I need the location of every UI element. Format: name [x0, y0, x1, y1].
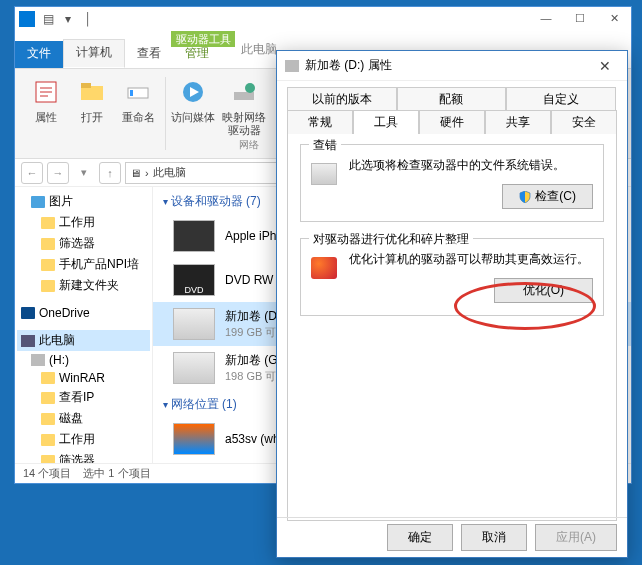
tree-hdrive[interactable]: (H:) [49, 353, 69, 367]
drive-icon [173, 352, 215, 384]
folder-icon [41, 280, 55, 292]
quick-access-toolbar: ▤ ▾ │ [39, 10, 97, 28]
tree-filter2[interactable]: 筛选器 [59, 452, 95, 463]
window-title: 此电脑 [241, 41, 277, 58]
minimize-button[interactable]: — [529, 7, 563, 29]
ribbon-group-label: 网络 [239, 138, 259, 152]
tree-work2[interactable]: 工作用 [59, 431, 95, 448]
ribbon-media-access[interactable]: 访问媒体 [170, 73, 216, 154]
optimize-description: 优化计算机的驱动器可以帮助其更高效运行。 [349, 251, 593, 268]
wmp-icon [173, 423, 215, 455]
media-icon [178, 77, 208, 107]
open-icon [77, 77, 107, 107]
rename-icon [123, 77, 153, 107]
dialog-tabs: 以前的版本 配额 自定义 常规 工具 硬件 共享 安全 [287, 87, 617, 133]
nav-tree[interactable]: 图片 工作用 筛选器 手机产品NPI培 新建文件夹 OneDrive 此电脑 (… [15, 187, 153, 463]
dvd-icon: DVD [173, 264, 215, 296]
tab-sharing[interactable]: 共享 [485, 110, 551, 134]
window-controls: — ☐ ✕ [529, 7, 631, 29]
svg-point-8 [245, 83, 255, 93]
tab-page-tools: 查错 此选项将检查驱动器中的文件系统错误。 检查(C) 对驱动器进行优化和碎片整… [287, 133, 617, 521]
tab-general[interactable]: 常规 [287, 110, 353, 134]
properties-dialog: 新加卷 (D:) 属性 ✕ 以前的版本 配额 自定义 常规 工具 硬件 共享 安… [276, 50, 628, 558]
tree-thispc[interactable]: 此电脑 [39, 332, 75, 349]
tree-npi[interactable]: 手机产品NPI培 [59, 256, 139, 273]
pc-icon [19, 11, 35, 27]
shield-icon [519, 191, 531, 203]
tab-computer[interactable]: 计算机 [63, 39, 125, 68]
tab-security[interactable]: 安全 [551, 110, 617, 134]
status-selected: 选中 1 个项目 [83, 466, 150, 481]
defrag-icon [311, 257, 337, 279]
tab-hardware[interactable]: 硬件 [419, 110, 485, 134]
tree-onedrive[interactable]: OneDrive [39, 306, 90, 320]
check-description: 此选项将检查驱动器中的文件系统错误。 [349, 157, 593, 174]
nav-back[interactable]: ← [21, 162, 43, 184]
nav-recent[interactable]: ▾ [73, 162, 95, 184]
qat-dropdown[interactable]: ▾ [59, 10, 77, 28]
svg-rect-2 [81, 83, 91, 88]
group-legend: 对驱动器进行优化和碎片整理 [309, 231, 473, 248]
map-drive-icon [229, 77, 259, 107]
tree-filter[interactable]: 筛选器 [59, 235, 95, 252]
context-tab-group: 驱动器工具 [171, 31, 235, 47]
pc-icon: 🖥 [130, 167, 141, 179]
qat-divider: │ [79, 10, 97, 28]
tab-customize[interactable]: 自定义 [506, 87, 616, 111]
tree-pictures[interactable]: 图片 [49, 193, 73, 210]
dialog-footer: 确定 取消 应用(A) [277, 517, 627, 557]
svg-rect-4 [130, 90, 133, 96]
drive-icon [31, 354, 45, 366]
tab-view[interactable]: 查看 [125, 41, 173, 68]
folder-icon [41, 372, 55, 384]
tab-file[interactable]: 文件 [15, 41, 63, 68]
ribbon-open[interactable]: 打开 [69, 73, 115, 154]
pc-icon [21, 335, 35, 347]
explorer-titlebar: ▤ ▾ │ — ☐ ✕ [15, 7, 631, 31]
properties-icon [31, 77, 61, 107]
folder-icon [41, 217, 55, 229]
cancel-button[interactable]: 取消 [461, 524, 527, 551]
tab-tools[interactable]: 工具 [353, 110, 419, 134]
group-optimize: 对驱动器进行优化和碎片整理 优化计算机的驱动器可以帮助其更高效运行。 优化(O) [300, 238, 604, 316]
group-error-checking: 查错 此选项将检查驱动器中的文件系统错误。 检查(C) [300, 144, 604, 222]
maximize-button[interactable]: ☐ [563, 7, 597, 29]
tree-work[interactable]: 工作用 [59, 214, 95, 231]
onedrive-icon [21, 307, 35, 319]
nav-up[interactable]: ↑ [99, 162, 121, 184]
tree-newfolder[interactable]: 新建文件夹 [59, 277, 119, 294]
group-legend: 查错 [309, 137, 341, 154]
tab-quota[interactable]: 配额 [397, 87, 507, 111]
nav-forward[interactable]: → [47, 162, 69, 184]
tree-disk[interactable]: 磁盘 [59, 410, 83, 427]
ribbon-properties[interactable]: 属性 [23, 73, 69, 154]
drive-icon [285, 60, 299, 72]
close-button[interactable]: ✕ [597, 7, 631, 29]
svg-rect-7 [234, 92, 254, 100]
folder-icon [41, 238, 55, 250]
optimize-button[interactable]: 优化(O) [494, 278, 593, 303]
ribbon-rename[interactable]: 重命名 [115, 73, 161, 154]
folder-icon [41, 259, 55, 271]
folder-icon [41, 434, 55, 446]
apply-button[interactable]: 应用(A) [535, 524, 617, 551]
tree-winrar[interactable]: WinRAR [59, 371, 105, 385]
tree-lookupip[interactable]: 查看IP [59, 389, 94, 406]
check-button[interactable]: 检查(C) [502, 184, 593, 209]
ok-button[interactable]: 确定 [387, 524, 453, 551]
folder-icon [41, 413, 55, 425]
qat-item[interactable]: ▤ [39, 10, 57, 28]
status-count: 14 个项目 [23, 466, 71, 481]
tab-prev-versions[interactable]: 以前的版本 [287, 87, 397, 111]
dialog-close-button[interactable]: ✕ [591, 55, 619, 77]
folder-icon [41, 455, 55, 464]
pictures-icon [31, 196, 45, 208]
folder-icon [41, 392, 55, 404]
iphone-icon [173, 220, 215, 252]
drive-icon [173, 308, 215, 340]
drive-check-icon [311, 163, 337, 185]
dialog-body: 以前的版本 配额 自定义 常规 工具 硬件 共享 安全 查错 此选项将检查驱动器… [277, 81, 627, 517]
dialog-titlebar: 新加卷 (D:) 属性 ✕ [277, 51, 627, 81]
breadcrumb-segment[interactable]: 此电脑 [153, 165, 186, 180]
svg-rect-1 [81, 86, 103, 100]
